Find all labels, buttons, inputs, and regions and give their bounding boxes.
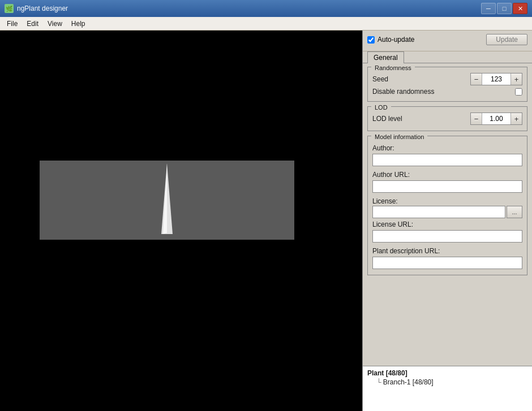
lod-level-label: LOD level [372,115,470,123]
minimize-button[interactable]: ─ [481,3,496,14]
disable-randomness-checkbox[interactable] [515,88,522,96]
window-title: ngPlant designer [17,5,481,12]
tabs: General [363,51,532,63]
lod-input[interactable] [482,113,510,124]
close-button[interactable]: ✕ [513,3,527,14]
model-info-group: Model information Author: Author URL: Li… [367,136,527,275]
lod-plus-button[interactable]: + [510,113,522,124]
update-button[interactable]: Update [486,34,527,45]
autoupdate-row: Auto-update Update [367,34,527,45]
lod-level-control: − + [470,113,522,125]
menu-file[interactable]: File [2,19,22,29]
author-url-input[interactable] [372,180,522,193]
plant-svg [40,161,294,240]
randomness-group: Randomness Seed − + Disable randomness [367,67,527,102]
menu-edit[interactable]: Edit [22,19,43,29]
randomness-content: Seed − + Disable randomness [368,73,527,101]
seed-input[interactable] [482,73,510,85]
license-label: License: [372,197,522,205]
seed-plus-button[interactable]: + [510,73,522,85]
maximize-button[interactable]: □ [497,3,512,14]
right-panel: Auto-update Update General Randomness Se… [362,31,532,411]
disable-randomness-label: Disable randomness [372,88,515,96]
menubar: File Edit View Help [0,17,532,31]
lod-group: LOD LOD level − + [367,106,527,131]
author-label: Author: [372,144,522,152]
license-row: ... [372,206,522,218]
tree-root[interactable]: Plant [48/80] [367,369,527,378]
license-input[interactable] [372,206,505,218]
license-browse-button[interactable]: ... [507,206,522,218]
controls-area: Auto-update Update [363,31,532,51]
menu-view[interactable]: View [43,19,67,29]
app-icon: 🌿 [5,4,14,13]
seed-row: Seed − + [372,73,522,85]
autoupdate-checkbox[interactable] [367,36,375,44]
license-url-input[interactable] [372,230,522,243]
model-info-content: Author: Author URL: License: ... License… [368,144,527,275]
author-url-label: Author URL: [372,171,522,179]
seed-control: − + [470,73,522,85]
disable-randomness-row: Disable randomness [372,88,522,96]
window-controls: ─ □ ✕ [481,3,527,14]
titlebar: 🌿 ngPlant designer ─ □ ✕ [0,0,532,17]
lod-group-title: LOD [371,103,391,112]
license-url-label: License URL: [372,220,522,228]
plant-desc-input[interactable] [372,257,522,269]
ground-plane [40,161,294,240]
tree-panel: Plant [48/80] Branch-1 [48/80] [363,366,532,411]
lod-minus-button[interactable]: − [471,113,482,124]
menu-help[interactable]: Help [67,19,90,29]
tree-child-0[interactable]: Branch-1 [48/80] [367,378,527,387]
main-layout: Auto-update Update General Randomness Se… [0,31,532,411]
seed-label: Seed [372,75,470,83]
randomness-group-title: Randomness [371,63,415,72]
properties-panel: Randomness Seed − + Disable randomness [363,63,532,366]
autoupdate-label: Auto-update [377,36,486,44]
plant-desc-label: Plant description URL: [372,247,522,255]
3d-viewport [0,31,362,411]
seed-minus-button[interactable]: − [471,73,482,85]
tab-general[interactable]: General [367,51,404,63]
model-info-group-title: Model information [371,132,427,141]
author-input[interactable] [372,154,522,166]
lod-level-row: LOD level − + [372,113,522,125]
lod-content: LOD level − + [368,113,527,131]
